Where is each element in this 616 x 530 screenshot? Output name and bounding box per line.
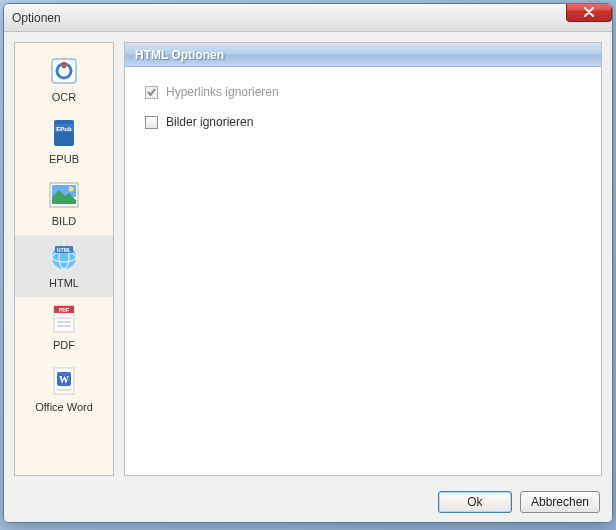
- checkbox-images[interactable]: [145, 116, 158, 129]
- client-area: OCR EPub EPUB: [4, 32, 612, 522]
- epub-icon: EPub: [48, 117, 80, 149]
- close-icon: [583, 7, 595, 17]
- sidebar-item-label: PDF: [53, 339, 75, 351]
- dialog-window: Optionen OCR: [3, 3, 613, 523]
- option-hyperlinks-ignore: Hyperlinks ignorieren: [145, 85, 581, 99]
- option-label: Bilder ignorieren: [166, 115, 253, 129]
- main-area: OCR EPub EPUB: [4, 32, 612, 482]
- pdf-icon: PDF: [48, 303, 80, 335]
- check-icon: [146, 87, 157, 98]
- sidebar-item-label: Office Word: [35, 401, 93, 413]
- panel-body: Hyperlinks ignorieren Bilder ignorieren: [125, 67, 601, 475]
- svg-text:HTML: HTML: [57, 247, 71, 253]
- checkbox-hyperlinks: [145, 86, 158, 99]
- html-icon: HTML: [48, 241, 80, 273]
- sidebar: OCR EPub EPUB: [14, 42, 114, 476]
- titlebar: Optionen: [4, 4, 612, 32]
- sidebar-item-word[interactable]: W Office Word: [15, 359, 113, 421]
- ok-button[interactable]: Ok: [438, 491, 512, 513]
- svg-text:PDF: PDF: [59, 307, 69, 313]
- button-label: Ok: [467, 495, 482, 509]
- sidebar-item-label: HTML: [49, 277, 79, 289]
- svg-text:W: W: [59, 374, 69, 385]
- sidebar-item-label: BILD: [52, 215, 76, 227]
- sidebar-item-pdf[interactable]: PDF PDF: [15, 297, 113, 359]
- svg-text:EPub: EPub: [56, 126, 72, 132]
- svg-point-8: [69, 187, 74, 192]
- content-panel: HTML Optionen Hyperlinks ignorieren Bild…: [124, 42, 602, 476]
- sidebar-item-epub[interactable]: EPub EPUB: [15, 111, 113, 173]
- sidebar-item-bild[interactable]: BILD: [15, 173, 113, 235]
- panel-header: HTML Optionen: [125, 43, 601, 67]
- cancel-button[interactable]: Abbrechen: [520, 491, 600, 513]
- image-icon: [48, 179, 80, 211]
- svg-rect-3: [54, 120, 74, 146]
- window-title: Optionen: [12, 11, 61, 25]
- sidebar-item-label: OCR: [52, 91, 76, 103]
- svg-rect-2: [62, 62, 66, 68]
- footer: Ok Abbrechen: [4, 482, 612, 522]
- close-button[interactable]: [566, 3, 612, 22]
- button-label: Abbrechen: [531, 495, 589, 509]
- sidebar-item-html[interactable]: HTML HTML: [15, 235, 113, 297]
- option-label: Hyperlinks ignorieren: [166, 85, 279, 99]
- sidebar-item-label: EPUB: [49, 153, 79, 165]
- option-images-ignore[interactable]: Bilder ignorieren: [145, 115, 581, 129]
- sidebar-item-ocr[interactable]: OCR: [15, 49, 113, 111]
- word-icon: W: [48, 365, 80, 397]
- ocr-icon: [48, 55, 80, 87]
